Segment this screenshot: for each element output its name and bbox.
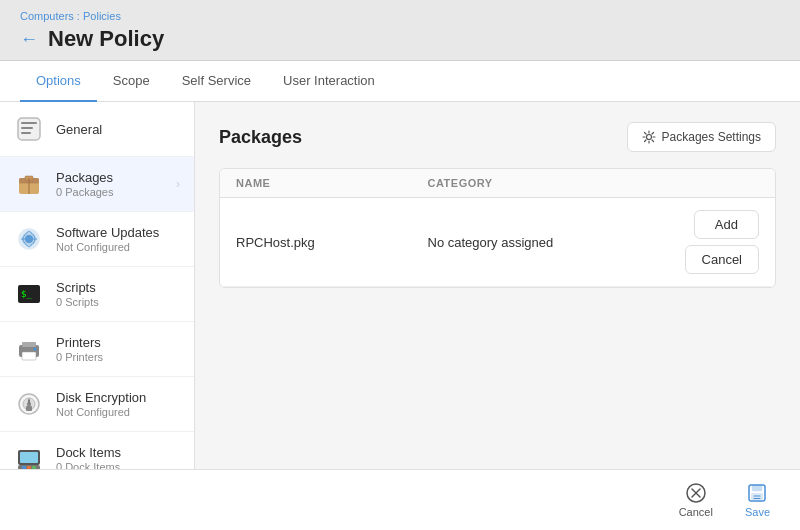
add-button[interactable]: Add <box>694 210 759 239</box>
sidebar-disk-encryption-sublabel: Not Configured <box>56 406 180 418</box>
sidebar-disk-encryption-text: Disk Encryption Not Configured <box>56 390 180 418</box>
packages-icon <box>14 169 44 199</box>
sidebar-item-general[interactable]: General <box>0 102 194 157</box>
svg-rect-3 <box>21 132 31 134</box>
sidebar-software-text: Software Updates Not Configured <box>56 225 180 253</box>
tabs-container: Options Scope Self Service User Interact… <box>0 61 800 102</box>
sidebar-scripts-label: Scripts <box>56 280 180 295</box>
svg-rect-16 <box>22 342 36 347</box>
svg-rect-2 <box>21 127 33 129</box>
packages-table: Name Category RPCHost.pkg No category as… <box>219 168 776 288</box>
sidebar-printers-sublabel: 0 Printers <box>56 351 180 363</box>
tab-scope[interactable]: Scope <box>97 61 166 102</box>
header: Computers : Policies ← New Policy <box>0 0 800 61</box>
sidebar-disk-encryption-label: Disk Encryption <box>56 390 180 405</box>
sidebar-item-printers[interactable]: Printers 0 Printers <box>0 322 194 377</box>
save-icon <box>746 482 768 504</box>
tab-self-service[interactable]: Self Service <box>166 61 267 102</box>
sidebar-item-packages[interactable]: Packages 0 Packages › <box>0 157 194 212</box>
sidebar-packages-text: Packages 0 Packages <box>56 170 164 198</box>
sidebar-printers-label: Printers <box>56 335 180 350</box>
back-button[interactable]: ← <box>20 29 38 50</box>
sidebar: General Packages 0 Packages › <box>0 102 195 530</box>
general-icon <box>14 114 44 144</box>
packages-settings-button[interactable]: Packages Settings <box>627 122 776 152</box>
svg-point-18 <box>34 348 37 351</box>
table-header: Name Category <box>220 169 775 198</box>
sidebar-packages-sublabel: 0 Packages <box>56 186 164 198</box>
save-label: Save <box>745 506 770 518</box>
package-name: RPCHost.pkg <box>236 235 428 250</box>
sidebar-item-disk-encryption[interactable]: Disk Encryption Not Configured <box>0 377 194 432</box>
disk-encryption-icon <box>14 389 44 419</box>
sidebar-scripts-sublabel: 0 Scripts <box>56 296 180 308</box>
column-name: Name <box>236 177 428 189</box>
sidebar-dock-items-label: Dock Items <box>56 445 180 460</box>
packages-settings-label: Packages Settings <box>662 130 761 144</box>
svg-rect-36 <box>752 485 762 491</box>
row-actions: Add Cancel <box>619 210 759 274</box>
breadcrumb: Computers : Policies <box>20 10 780 22</box>
row-cancel-button[interactable]: Cancel <box>685 245 759 274</box>
footer: Cancel Save <box>0 469 800 530</box>
breadcrumb-computers[interactable]: Computers <box>20 10 74 22</box>
sidebar-item-scripts[interactable]: $_ Scripts 0 Scripts <box>0 267 194 322</box>
page-title: New Policy <box>48 26 164 52</box>
svg-rect-1 <box>21 122 37 124</box>
sidebar-packages-label: Packages <box>56 170 164 185</box>
breadcrumb-policies[interactable]: Policies <box>83 10 121 22</box>
package-category: No category assigned <box>428 235 620 250</box>
main-layout: General Packages 0 Packages › <box>0 102 800 530</box>
sidebar-general-text: General <box>56 122 180 137</box>
table-row: RPCHost.pkg No category assigned Add Can… <box>220 198 775 287</box>
printers-icon <box>14 334 44 364</box>
svg-rect-25 <box>20 452 38 463</box>
column-actions <box>619 177 759 189</box>
svg-rect-17 <box>22 352 36 360</box>
sidebar-software-sublabel: Not Configured <box>56 241 180 253</box>
content-area: Packages Packages Settings Name Category… <box>195 102 800 530</box>
software-updates-icon <box>14 224 44 254</box>
sidebar-software-label: Software Updates <box>56 225 180 240</box>
content-header: Packages Packages Settings <box>219 122 776 152</box>
column-category: Category <box>428 177 620 189</box>
gear-icon <box>642 130 656 144</box>
chevron-right-icon: › <box>176 177 180 191</box>
sidebar-general-label: General <box>56 122 180 137</box>
scripts-icon: $_ <box>14 279 44 309</box>
cancel-button[interactable]: Cancel <box>669 478 723 522</box>
svg-rect-23 <box>28 404 31 407</box>
save-button[interactable]: Save <box>735 478 780 522</box>
svg-text:$_: $_ <box>21 289 32 299</box>
sidebar-printers-text: Printers 0 Printers <box>56 335 180 363</box>
cancel-label: Cancel <box>679 506 713 518</box>
tab-options[interactable]: Options <box>20 61 97 102</box>
content-title: Packages <box>219 127 302 148</box>
sidebar-scripts-text: Scripts 0 Scripts <box>56 280 180 308</box>
sidebar-item-software-updates[interactable]: Software Updates Not Configured <box>0 212 194 267</box>
svg-point-31 <box>646 135 651 140</box>
tab-user-interaction[interactable]: User Interaction <box>267 61 391 102</box>
cancel-icon <box>685 482 707 504</box>
